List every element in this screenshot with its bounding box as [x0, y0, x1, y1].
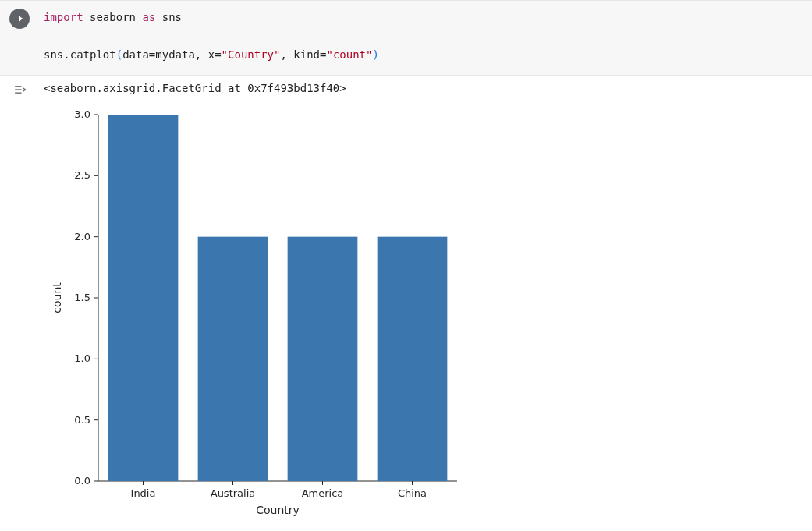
func-call: sns.catplot [44, 48, 116, 61]
svg-text:2.0: 2.0 [74, 231, 90, 242]
svg-text:2.5: 2.5 [74, 170, 90, 182]
string-literal: "count" [326, 48, 372, 61]
keyword-import: import [44, 11, 83, 23]
svg-text:China: China [398, 487, 427, 499]
notebook: import seaborn as sns sns.catplot(data=m… [0, 0, 812, 531]
args: , kind= [280, 48, 326, 61]
bar [378, 237, 448, 481]
svg-text:count: count [51, 282, 63, 313]
output-body: <seaborn.axisgrid.FacetGrid at 0x7f493bd… [39, 82, 812, 531]
output-cell: <seaborn.axisgrid.FacetGrid at 0x7f493bd… [0, 76, 812, 531]
svg-text:1.5: 1.5 [74, 292, 90, 303]
args: data=mydata, x= [122, 48, 221, 61]
bar [108, 115, 179, 481]
code-editor[interactable]: import seaborn as sns sns.catplot(data=m… [39, 9, 812, 64]
svg-text:India: India [131, 487, 156, 499]
keyword-as: as [142, 11, 155, 23]
chart: 0.00.51.01.52.02.53.0IndiaAustraliaAmeri… [44, 101, 812, 531]
output-actions-icon[interactable] [12, 82, 27, 97]
paren-open: ( [116, 48, 122, 61]
svg-text:Australia: Australia [211, 487, 256, 499]
bar [288, 237, 358, 481]
svg-text:3.0: 3.0 [74, 108, 90, 120]
paren-close: ) [372, 48, 378, 61]
output-repr: <seaborn.axisgrid.FacetGrid at 0x7f493bd… [44, 82, 812, 94]
run-button[interactable] [9, 9, 30, 29]
chart-svg: 0.00.51.01.52.02.53.0IndiaAustraliaAmeri… [44, 101, 480, 529]
svg-text:0.5: 0.5 [74, 414, 90, 426]
svg-text:0.0: 0.0 [74, 475, 90, 487]
svg-text:1.0: 1.0 [74, 353, 90, 365]
run-gutter [0, 9, 39, 29]
bar [198, 237, 268, 481]
module-name: seaborn [90, 11, 136, 23]
svg-text:America: America [302, 487, 344, 499]
module-alias: sns [162, 11, 182, 23]
output-gutter [0, 82, 39, 97]
string-literal: "Country" [222, 48, 281, 61]
svg-text:Country: Country [256, 504, 300, 516]
code-cell: import seaborn as sns sns.catplot(data=m… [0, 0, 812, 76]
play-icon [16, 14, 25, 23]
